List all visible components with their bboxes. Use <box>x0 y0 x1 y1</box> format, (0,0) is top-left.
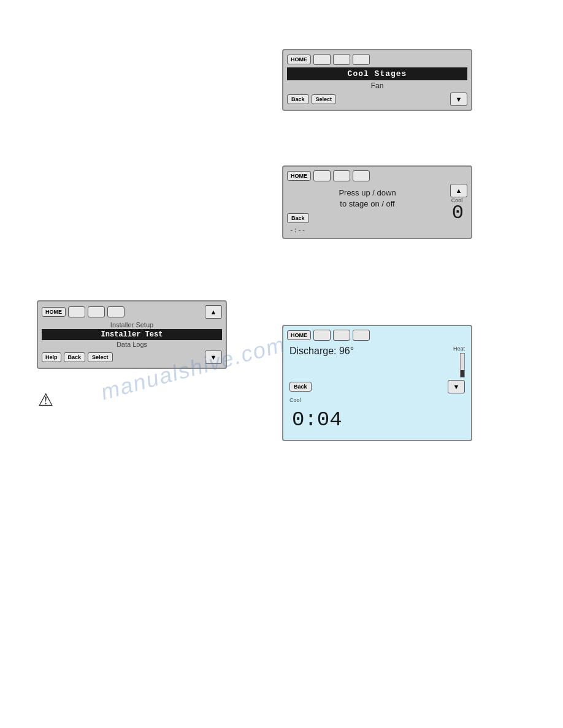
screen1-blank-btn2[interactable] <box>333 54 350 65</box>
screen3-bottom-bar: Help Back Select ▼ <box>42 351 222 364</box>
screen1-arrow-down-icon[interactable]: ▼ <box>450 93 467 106</box>
screen3-menu-above: Installer Setup <box>42 321 222 328</box>
screen2-blank-btn1[interactable] <box>313 170 331 181</box>
screen2-blank-btn2[interactable] <box>333 170 350 181</box>
screen3-topbar: HOME ▲ <box>42 305 222 319</box>
screen4-cool-label: Cool <box>289 397 301 403</box>
screen4-main: Discharge: 96° Heat <box>287 343 467 379</box>
screen1-home-button[interactable]: HOME <box>287 55 311 64</box>
screen4-heat-bar <box>460 353 465 377</box>
screen4-arrow-down-icon[interactable]: ▼ <box>448 380 465 393</box>
screen3-arrow-down-icon[interactable]: ▼ <box>205 351 222 364</box>
screen3-menu-selected[interactable]: Installer Test <box>42 329 222 340</box>
screen2-home-button[interactable]: HOME <box>287 171 311 181</box>
screen-cool-stages: HOME Cool Stages Fan Back Select ▼ <box>282 49 472 111</box>
screen3-blank-btn3[interactable] <box>107 306 124 317</box>
screen2-big-number: 0 <box>452 203 467 223</box>
screen4-heat-indicator: Heat <box>453 346 465 377</box>
screen1-blank-btn1[interactable] <box>313 54 331 65</box>
screen2-back-button[interactable]: Back <box>287 213 309 223</box>
screen4-topbar: HOME <box>287 330 467 341</box>
screen3-back-button[interactable]: Back <box>64 352 86 362</box>
screen4-timer: 0:04 <box>287 404 467 436</box>
screen1-bottom-bar: Back Select ▼ <box>287 93 467 106</box>
screen4-discharge-text: Discharge: 96° <box>289 346 354 357</box>
screen3-arrow-up-icon[interactable]: ▲ <box>205 305 222 319</box>
screen3-blank-btn2[interactable] <box>88 306 105 317</box>
screen4-blank-btn3[interactable] <box>353 330 370 341</box>
screen2-body-text: Press up / down to stage on / off <box>287 184 448 211</box>
screen4-heat-label: Heat <box>453 346 465 352</box>
screen2-topbar: HOME <box>287 170 467 181</box>
screen4-back-button[interactable]: Back <box>289 382 312 392</box>
warning-icon: ⚠ <box>38 390 53 410</box>
screen3-select-button[interactable]: Select <box>88 352 113 362</box>
screen2-arrow-up-icon[interactable]: ▲ <box>450 184 467 197</box>
screen4-home-button[interactable]: HOME <box>287 330 311 340</box>
screen1-topbar: HOME <box>287 54 467 65</box>
screen1-blank-btn3[interactable] <box>353 54 370 65</box>
screen1-select-button[interactable]: Select <box>312 94 337 104</box>
screen-stage-control: HOME Press up / down to stage on / off B… <box>282 165 472 239</box>
screen2-blank-btn3[interactable] <box>353 170 370 181</box>
screen1-subtitle: Fan <box>287 82 467 90</box>
screen4-blank-btn2[interactable] <box>333 330 350 341</box>
screen3-help-button[interactable]: Help <box>42 352 61 362</box>
screen1-title: Cool Stages <box>287 67 467 80</box>
screen4-blank-btn1[interactable] <box>313 330 331 341</box>
screen4-heat-bar-fill <box>461 370 464 377</box>
screen2-bottom-bar: Back <box>287 213 448 223</box>
screen-discharge: HOME Discharge: 96° Heat Back ▼ Cool 0:0… <box>282 325 472 441</box>
screen3-blank-btn1[interactable] <box>68 306 85 317</box>
screen1-back-button[interactable]: Back <box>287 94 309 104</box>
screen2-dash: -:-- <box>289 227 305 234</box>
screen3-menu-below: Data Logs <box>42 341 222 348</box>
screen-installer-menu: HOME ▲ Installer Setup Installer Test Da… <box>37 300 227 369</box>
screen3-home-button[interactable]: HOME <box>42 307 66 317</box>
